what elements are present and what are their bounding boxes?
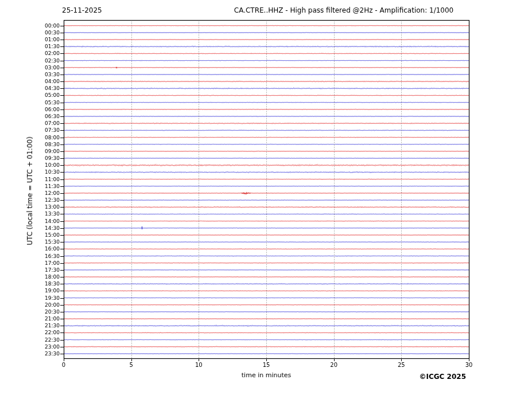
y-tick-label: 09:30: [34, 155, 60, 161]
y-tick-label: 14:30: [34, 225, 60, 231]
chart-title: CA.CTRE..HHZ - High pass filtered @2Hz -…: [234, 6, 454, 14]
y-tick-label: 01:00: [34, 37, 60, 42]
y-tick-label: 02:00: [34, 50, 60, 56]
y-tick-label: 05:30: [34, 100, 60, 105]
x-tick-label: 25: [398, 362, 405, 369]
x-tick-label: 5: [129, 362, 133, 369]
y-tick-label: 15:30: [34, 239, 60, 245]
y-tick-label: 16:30: [34, 253, 60, 259]
y-tick-label: 00:30: [34, 30, 60, 36]
y-tick-label: 08:00: [34, 135, 60, 140]
y-tick-label: 17:30: [34, 267, 60, 273]
y-tick-label: 15:00: [34, 232, 60, 238]
y-tick-label: 05:00: [34, 92, 60, 98]
y-tick-label: 04:00: [34, 79, 60, 84]
y-tick-label: 18:30: [34, 281, 60, 287]
y-tick-label: 13:00: [34, 204, 60, 210]
y-tick-label: 23:30: [34, 351, 60, 357]
y-tick-label: 14:00: [34, 218, 60, 224]
y-tick-label: 06:30: [34, 114, 60, 119]
x-tick-label: 0: [62, 362, 65, 369]
date-label: 25-11-2025: [62, 6, 102, 14]
y-tick-label: 04:30: [34, 85, 60, 91]
x-tick-label: 15: [263, 362, 270, 369]
helicorder-plot-canvas: [0, 0, 532, 399]
y-tick-label: 21:00: [34, 316, 60, 322]
y-tick-label: 06:00: [34, 107, 60, 112]
y-tick-label: 18:00: [34, 274, 60, 280]
y-tick-label: 09:00: [34, 148, 60, 154]
y-tick-label: 03:00: [34, 65, 60, 71]
x-tick-label: 10: [195, 362, 203, 369]
y-tick-label: 19:00: [34, 288, 60, 294]
y-tick-label: 21:30: [34, 323, 60, 328]
y-tick-label: 16:00: [34, 246, 60, 252]
y-tick-label: 10:00: [34, 162, 60, 168]
y-tick-label: 11:00: [34, 177, 60, 182]
helicorder-figure: 25-11-2025 CA.CTRE..HHZ - High pass filt…: [0, 0, 532, 399]
y-tick-label: 11:30: [34, 183, 60, 189]
y-tick-label: 19:30: [34, 295, 60, 301]
y-tick-label: 17:00: [34, 260, 60, 266]
x-tick-label: 20: [330, 362, 337, 369]
y-tick-label: 22:00: [34, 330, 60, 335]
y-tick-label: 20:00: [34, 302, 60, 308]
y-tick-label: 10:30: [34, 169, 60, 175]
y-tick-label: 12:30: [34, 197, 60, 203]
y-tick-label: 07:30: [34, 127, 60, 133]
y-tick-label: 20:30: [34, 309, 60, 315]
y-tick-label: 13:30: [34, 211, 60, 217]
x-tick-label: 30: [465, 362, 473, 369]
y-tick-label: 07:00: [34, 120, 60, 126]
x-axis-title: time in minutes: [242, 371, 291, 379]
y-tick-label: 08:30: [34, 142, 60, 147]
y-tick-label: 12:00: [34, 190, 60, 196]
y-tick-label: 03:30: [34, 72, 60, 77]
y-tick-label: 23:00: [34, 344, 60, 350]
y-tick-label: 00:00: [34, 23, 60, 29]
y-tick-label: 01:30: [34, 44, 60, 49]
y-tick-label: 02:30: [34, 58, 60, 64]
y-tick-label: 22:30: [34, 337, 60, 343]
y-axis-title: UTC (local time = UTC + 01:00): [26, 136, 34, 245]
copyright-label: ©ICGC 2025: [419, 373, 466, 381]
